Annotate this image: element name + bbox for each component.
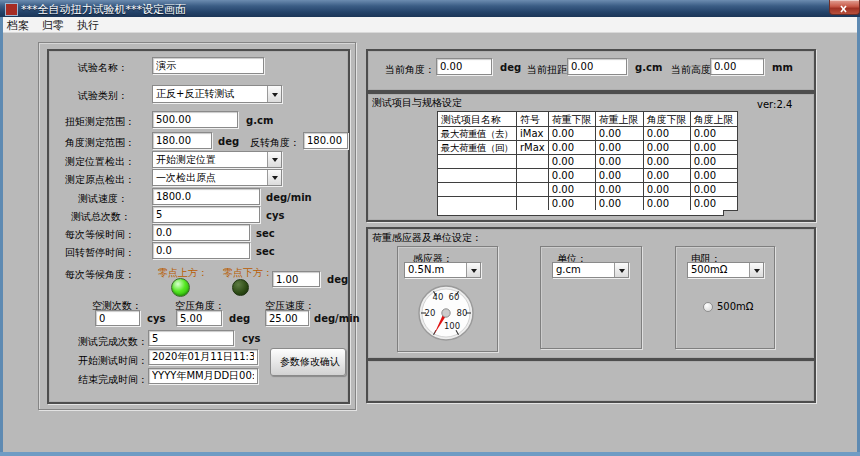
cell-angle-low[interactable]: 0.00: [643, 127, 690, 141]
cell-item-name[interactable]: [438, 197, 517, 211]
cell-angle-low[interactable]: 0.00: [643, 155, 690, 169]
cell-angle-high[interactable]: 0.00: [690, 169, 737, 183]
total-cycles-input[interactable]: [152, 206, 260, 223]
current-angle-label: 当前角度：: [385, 63, 435, 77]
cell-angle-low[interactable]: 0.00: [643, 183, 690, 197]
dry-cycles-unit: cys: [147, 313, 165, 324]
cell-angle-low[interactable]: 0.00: [643, 169, 690, 183]
wait-time-unit: sec: [256, 228, 275, 239]
cell-load-high[interactable]: 0.00: [595, 169, 643, 183]
table-row: 0.00 0.00 0.00 0.00: [438, 183, 738, 197]
cell-load-low[interactable]: 0.00: [548, 197, 595, 211]
cell-symbol[interactable]: [517, 169, 549, 183]
current-torque-unit: g.cm: [635, 62, 662, 73]
reverse-angle-input[interactable]: [303, 132, 348, 149]
cell-load-high[interactable]: 0.00: [595, 127, 643, 141]
gauge-cap: [442, 309, 450, 317]
version-label: ver:2.4: [757, 99, 792, 110]
cell-angle-low[interactable]: 0.00: [643, 197, 690, 211]
cell-symbol[interactable]: [517, 183, 549, 197]
unit-value: g.cm: [553, 263, 614, 277]
cell-symbol[interactable]: rMax: [517, 141, 549, 155]
cell-angle-high[interactable]: 0.00: [690, 141, 737, 155]
test-speed-input[interactable]: [152, 188, 260, 205]
torque-range-input[interactable]: [152, 111, 238, 128]
confirm-params-label: 参数修改确认: [280, 355, 340, 369]
cell-load-low[interactable]: 0.00: [548, 127, 595, 141]
col-header: 角度下限: [643, 112, 690, 127]
wait-time-input[interactable]: [152, 224, 250, 241]
angle-range-input[interactable]: [152, 132, 212, 149]
air-angle-input[interactable]: [176, 310, 222, 326]
wait-angle-unit: deg: [327, 274, 348, 285]
cell-item-name[interactable]: [438, 155, 517, 169]
air-angle-unit: deg: [229, 313, 250, 324]
done-cycles-unit: cys: [242, 333, 260, 344]
cell-item-name[interactable]: [438, 183, 517, 197]
cell-load-high[interactable]: 0.00: [595, 183, 643, 197]
close-icon: [830, 3, 857, 15]
chevron-down-icon[interactable]: [614, 263, 628, 277]
menu-bar: [0, 17, 860, 33]
cell-angle-high[interactable]: 0.00: [690, 197, 737, 211]
confirm-params-button[interactable]: 参数修改确认: [270, 348, 346, 376]
cell-load-high[interactable]: 0.00: [595, 197, 643, 211]
cell-load-high[interactable]: 0.00: [595, 141, 643, 155]
cell-item-name[interactable]: 最大荷重值（回）: [438, 141, 517, 155]
cell-angle-high[interactable]: 0.00: [690, 183, 737, 197]
close-button[interactable]: [829, 0, 860, 15]
bottom-right-panel: [366, 359, 816, 403]
chevron-down-icon[interactable]: [267, 170, 281, 185]
chevron-down-icon[interactable]: [466, 263, 480, 277]
cell-item-name[interactable]: 最大荷重值（去）: [438, 127, 517, 141]
menu-file[interactable]: 档案: [7, 18, 29, 33]
wait-time-label: 每次等候时间：: [65, 228, 135, 242]
resistance-select[interactable]: 500mΩ: [687, 262, 764, 278]
cell-angle-high[interactable]: 0.00: [690, 155, 737, 169]
table-row: 0.00 0.00 0.00 0.00: [438, 155, 738, 169]
origin-detect-select[interactable]: 一次检出原点: [152, 169, 282, 186]
unit-select[interactable]: g.cm: [552, 262, 629, 278]
menu-execute[interactable]: 执行: [77, 18, 99, 33]
angle-range-label: 角度测定范围：: [65, 136, 135, 150]
resistance-value: 500mΩ: [688, 263, 749, 277]
test-type-value: 正反+反正转测试: [153, 86, 267, 102]
cell-load-high[interactable]: 0.00: [595, 155, 643, 169]
cell-angle-high[interactable]: 0.00: [690, 127, 737, 141]
menu-zero[interactable]: 归零: [42, 18, 64, 33]
current-angle-field: [436, 58, 492, 75]
cell-load-low[interactable]: 0.00: [548, 183, 595, 197]
cell-symbol[interactable]: iMax: [517, 127, 549, 141]
cell-symbol[interactable]: [517, 155, 549, 169]
sensor-select[interactable]: 0.5N.m: [404, 262, 481, 278]
current-angle-unit: deg: [500, 62, 521, 73]
cell-load-low[interactable]: 0.00: [548, 169, 595, 183]
dry-cycles-input[interactable]: [95, 310, 140, 326]
gauge-label-100: 100: [444, 321, 460, 331]
test-type-select[interactable]: 正反+反正转测试: [152, 85, 282, 103]
resistance-radio[interactable]: [703, 302, 713, 312]
cell-angle-low[interactable]: 0.00: [643, 141, 690, 155]
col-header: 测试项目名称: [438, 112, 517, 127]
pause-time-input[interactable]: [152, 242, 250, 259]
spec-table-partial-row: [437, 210, 724, 216]
load-gauge: 20 40 60 80 100: [408, 282, 484, 350]
cell-symbol[interactable]: [517, 197, 549, 211]
pause-time-label: 回转暂停时间：: [65, 246, 135, 260]
cell-item-name[interactable]: [438, 169, 517, 183]
chevron-down-icon[interactable]: [267, 152, 281, 167]
chevron-down-icon[interactable]: [267, 86, 281, 102]
col-header: 符号: [517, 112, 549, 127]
angle-range-unit: deg: [218, 136, 239, 147]
position-detect-select[interactable]: 开始测定位置: [152, 151, 282, 168]
chevron-down-icon[interactable]: [749, 263, 763, 277]
air-speed-unit: deg/min: [314, 313, 360, 324]
done-cycles-field: [148, 330, 234, 346]
wait-angle-input[interactable]: [272, 271, 320, 287]
cell-load-low[interactable]: 0.00: [548, 155, 595, 169]
air-speed-input[interactable]: [265, 310, 309, 326]
total-cycles-unit: cys: [266, 210, 284, 221]
test-name-input[interactable]: [152, 57, 264, 74]
app-icon: [5, 3, 18, 16]
cell-load-low[interactable]: 0.00: [548, 141, 595, 155]
